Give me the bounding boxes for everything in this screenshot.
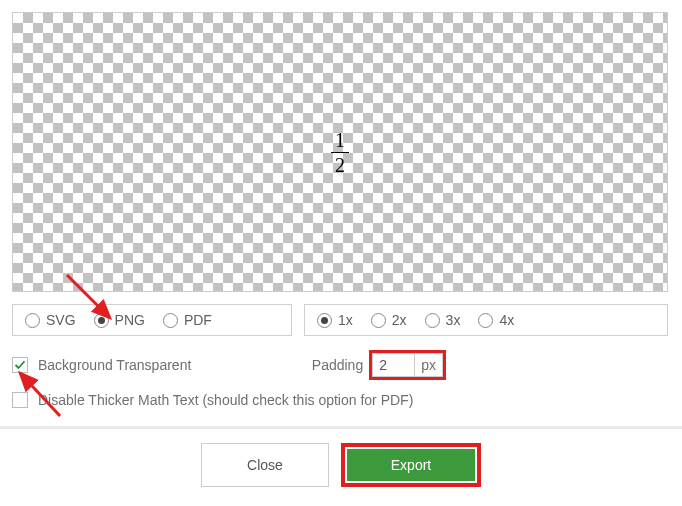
preview-canvas: 1 2 (12, 12, 668, 292)
disable-thicker-checkbox[interactable] (12, 392, 28, 408)
format-option-png[interactable]: PNG (94, 312, 145, 328)
export-highlight: Export (341, 443, 481, 487)
padding-highlight: px (369, 350, 446, 380)
format-label: SVG (46, 312, 76, 328)
fraction-numerator: 1 (331, 129, 349, 151)
scale-group: 1x 2x 3x 4x (304, 304, 668, 336)
padding-input[interactable] (372, 353, 414, 377)
scale-option-1x[interactable]: 1x (317, 312, 353, 328)
check-icon (14, 359, 26, 371)
radio-icon (317, 313, 332, 328)
scale-option-4x[interactable]: 4x (478, 312, 514, 328)
scale-label: 1x (338, 312, 353, 328)
fraction-bar (331, 152, 349, 153)
radio-icon (371, 313, 386, 328)
radio-icon (478, 313, 493, 328)
format-label: PNG (115, 312, 145, 328)
padding-unit: px (414, 353, 443, 377)
bg-transparent-checkbox[interactable] (12, 357, 28, 373)
scale-label: 2x (392, 312, 407, 328)
format-label: PDF (184, 312, 212, 328)
fraction-denominator: 2 (331, 154, 349, 176)
scale-label: 4x (499, 312, 514, 328)
format-option-pdf[interactable]: PDF (163, 312, 212, 328)
bg-transparent-label: Background Transparent (38, 357, 191, 373)
format-option-svg[interactable]: SVG (25, 312, 76, 328)
radio-icon (163, 313, 178, 328)
disable-thicker-label: Disable Thicker Math Text (should check … (38, 392, 413, 408)
radio-icon (94, 313, 109, 328)
radio-icon (25, 313, 40, 328)
math-fraction: 1 2 (331, 129, 349, 176)
radio-icon (425, 313, 440, 328)
dialog-footer: Close Export (0, 429, 682, 501)
padding-label: Padding (312, 357, 363, 373)
export-button[interactable]: Export (347, 449, 475, 481)
scale-label: 3x (446, 312, 461, 328)
scale-option-2x[interactable]: 2x (371, 312, 407, 328)
scale-option-3x[interactable]: 3x (425, 312, 461, 328)
format-group: SVG PNG PDF (12, 304, 292, 336)
close-button[interactable]: Close (201, 443, 329, 487)
